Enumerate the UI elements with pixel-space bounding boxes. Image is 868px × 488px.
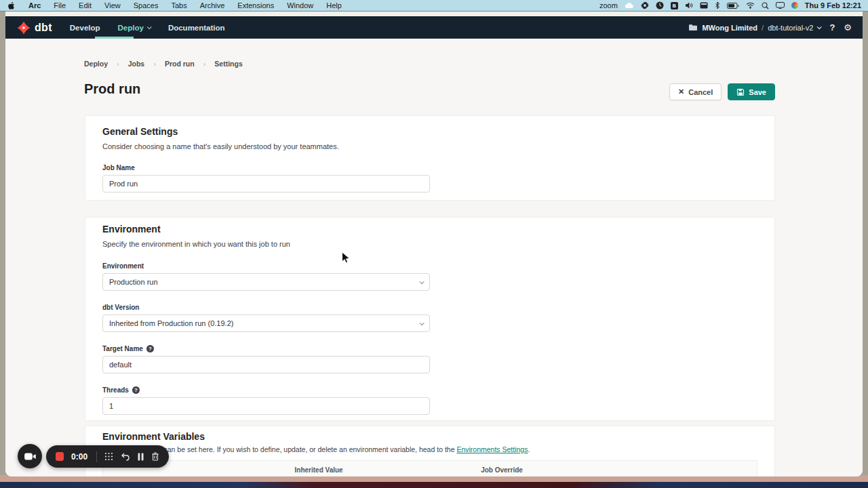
target-name-label: Target Name ?	[102, 345, 757, 352]
discard-button[interactable]	[151, 452, 159, 461]
undo-arrow-icon	[121, 453, 130, 461]
job-name-input[interactable]	[102, 175, 430, 192]
menubar-app-name[interactable]: Arc	[28, 1, 41, 9]
chevron-down-icon	[420, 279, 425, 284]
nav-deploy[interactable]: Deploy	[118, 24, 151, 32]
apple-icon[interactable]	[8, 0, 16, 12]
chevron-down-icon	[147, 24, 152, 29]
job-override-column-header: Job Override	[410, 466, 593, 474]
close-icon: ✕	[678, 88, 684, 96]
wifi-icon[interactable]	[746, 0, 755, 12]
stop-record-button[interactable]	[56, 452, 64, 461]
project-name: dbt-tutorial-v2	[768, 24, 813, 32]
environment-heading: Environment	[102, 224, 757, 235]
environment-select-label: Environment	[102, 262, 757, 270]
breadcrumb-separator: ›	[117, 60, 119, 68]
save-button[interactable]: Save	[728, 83, 775, 100]
floppy-save-icon	[736, 88, 745, 96]
breadcrumb-separator: ›	[203, 60, 206, 68]
dbt-logo[interactable]: dbt	[16, 20, 52, 35]
battery-icon[interactable]	[727, 0, 739, 12]
environment-card: Environment Specify the environment in w…	[85, 217, 775, 421]
toolbar-divider	[96, 451, 97, 462]
clock-icon[interactable]	[656, 0, 664, 12]
general-settings-heading: General Settings	[102, 126, 757, 137]
display-icon[interactable]	[776, 0, 785, 12]
menubar-item-archive[interactable]: Archive	[200, 1, 225, 9]
grid-capture-button[interactable]	[104, 452, 113, 461]
pause-button[interactable]	[138, 453, 144, 461]
camera-toggle-button[interactable]	[18, 444, 42, 468]
status-color-dot-icon[interactable]	[791, 2, 798, 9]
nav-develop[interactable]: Develop	[70, 24, 100, 32]
settings-gear-icon[interactable]: ⚙	[844, 22, 852, 33]
inherited-value-column-header: Inherited Value	[227, 466, 410, 474]
account-project-switcher[interactable]: MWong Limited / dbt-tutorial-v2	[688, 24, 821, 32]
search-icon[interactable]	[762, 0, 769, 12]
env-vars-table: Inherited Value Job Override	[102, 460, 757, 476]
help-circle-icon[interactable]: ?	[146, 345, 154, 352]
help-icon[interactable]: ?	[829, 22, 835, 33]
menubar-item-tabs[interactable]: Tabs	[171, 1, 186, 9]
menubar-item-spaces[interactable]: Spaces	[134, 1, 159, 9]
recording-toolbar: 0:00	[46, 445, 169, 468]
menubar-item-file[interactable]: File	[54, 1, 66, 9]
account-separator: /	[762, 24, 764, 32]
folder-icon	[688, 24, 698, 31]
window-app-icon[interactable]	[700, 0, 708, 12]
menubar-zoom-label[interactable]: zoom	[599, 1, 618, 9]
menubar-item-edit[interactable]: Edit	[79, 1, 92, 9]
nav-documentation[interactable]: Documentation	[168, 24, 225, 32]
volume-icon[interactable]	[685, 0, 693, 12]
environments-settings-link[interactable]: Environments Settings	[456, 445, 528, 453]
browser-window: dbt Develop Deploy Documentation MWong L…	[5, 12, 863, 476]
dbt-version-select[interactable]: Inherited from Production run (0.19.2)	[102, 314, 430, 332]
job-name-label: Job Name	[102, 164, 757, 171]
menubar-item-window[interactable]: Window	[287, 1, 313, 9]
dbt-version-label: dbt Version	[102, 304, 757, 311]
page-title: Prod run	[84, 81, 140, 97]
general-settings-card: General Settings Consider choosing a nam…	[85, 115, 775, 201]
menubar-item-extensions[interactable]: Extensions	[237, 1, 274, 9]
general-settings-description: Consider choosing a name that's easily u…	[102, 142, 757, 150]
environment-variables-heading: Environment Variables	[102, 431, 757, 442]
cloud-icon[interactable]	[625, 0, 634, 12]
brand-name: dbt	[35, 22, 52, 34]
breadcrumb-deploy[interactable]: Deploy	[84, 60, 108, 68]
menubar-clock[interactable]: Thu 9 Feb 12:21	[805, 1, 861, 9]
undo-button[interactable]	[121, 453, 130, 461]
breadcrumb-settings[interactable]: Settings	[214, 60, 242, 68]
target-name-input[interactable]	[102, 356, 430, 373]
recording-time: 0:00	[71, 452, 87, 462]
macos-menubar: Arc File Edit View Spaces Tabs Archive E…	[0, 0, 868, 12]
threads-label: Threads ?	[102, 386, 757, 394]
desktop-wallpaper-bottom	[0, 482, 868, 488]
cancel-button[interactable]: ✕ Cancel	[669, 83, 722, 100]
page-content: Deploy › Jobs › Prod run › Settings Prod…	[5, 39, 863, 476]
breadcrumb-jobs[interactable]: Jobs	[128, 60, 145, 68]
environment-select[interactable]: Production run	[102, 273, 430, 291]
help-circle-icon[interactable]: ?	[132, 386, 140, 394]
b-app-icon[interactable]: B	[671, 2, 678, 9]
chevron-down-icon	[420, 321, 425, 325]
threads-input[interactable]	[102, 397, 430, 415]
video-camera-icon	[24, 452, 37, 461]
chevron-down-icon	[817, 24, 822, 29]
environment-variables-card: Environment Variables Job level override…	[85, 426, 775, 476]
breadcrumb: Deploy › Jobs › Prod run › Settings	[84, 60, 243, 68]
environment-variables-description: Job level overrides can be set here. If …	[102, 445, 757, 453]
account-name: MWong Limited	[702, 24, 757, 32]
breadcrumb-prod-run[interactable]: Prod run	[165, 60, 195, 68]
grid-dots-icon	[104, 452, 113, 461]
dbt-logo-icon	[16, 20, 31, 35]
dbt-navbar: dbt Develop Deploy Documentation MWong L…	[5, 16, 863, 39]
env-vars-table-header: Inherited Value Job Override	[103, 461, 757, 476]
bluetooth-icon[interactable]	[715, 0, 720, 12]
menubar-item-help[interactable]: Help	[326, 1, 342, 9]
menubar-item-view[interactable]: View	[104, 1, 121, 9]
environment-description: Specify the environment in which you wan…	[102, 240, 757, 248]
pause-icon	[138, 453, 144, 461]
gear-icon[interactable]	[641, 0, 649, 12]
breadcrumb-separator: ›	[153, 60, 156, 68]
trash-icon	[151, 452, 159, 461]
